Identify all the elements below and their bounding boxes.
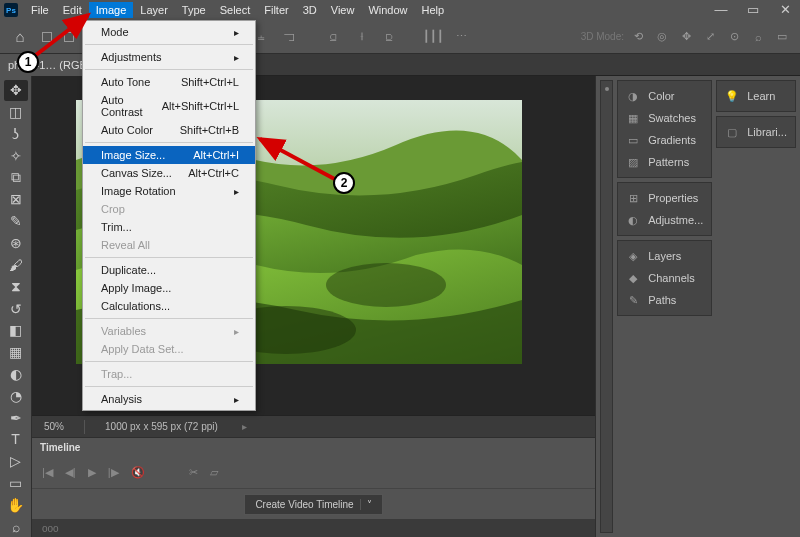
menu-view[interactable]: View — [324, 2, 362, 18]
document-info[interactable]: 1000 px x 595 px (72 ppi) — [105, 421, 218, 432]
menu-separator — [85, 318, 253, 319]
close-button[interactable]: ✕ — [778, 2, 792, 16]
menuitem-calculations[interactable]: Calculations... — [83, 297, 255, 315]
dodge-tool[interactable]: ◔ — [4, 385, 28, 406]
submenu-arrow-icon — [234, 393, 239, 405]
3d-orbit-icon[interactable]: ⟲ — [628, 27, 648, 47]
crop-tool[interactable]: ⧉ — [4, 167, 28, 188]
align-center-v-icon[interactable]: ⫲ — [352, 27, 372, 47]
panel-color[interactable]: ◑Color — [618, 85, 711, 107]
more-icon[interactable]: ⋯ — [452, 27, 472, 47]
rectangle-tool[interactable]: ▭ — [4, 473, 28, 494]
timeline-tab[interactable]: Timeline — [32, 438, 595, 457]
panel-libraries[interactable]: ▢Librari... — [717, 121, 795, 143]
doc-info-chevron-icon[interactable]: ▸ — [242, 421, 247, 432]
menuitem-adjustments[interactable]: Adjustments — [83, 48, 255, 66]
menu-3d[interactable]: 3D — [296, 2, 324, 18]
hand-tool[interactable]: ✋ — [4, 494, 28, 515]
menuitem-image-size[interactable]: Image Size...Alt+Ctrl+I — [83, 146, 255, 164]
menu-help[interactable]: Help — [415, 2, 452, 18]
create-video-timeline-button[interactable]: Create Video Timeline ˅ — [244, 494, 382, 515]
color-icon: ◑ — [626, 89, 640, 103]
timeline-split-icon[interactable]: ✂ — [189, 466, 198, 479]
clone-stamp-tool[interactable]: ⧗ — [4, 276, 28, 297]
blur-tool[interactable]: ◐ — [4, 364, 28, 385]
timeline-play[interactable]: ▶ — [88, 466, 96, 479]
menuitem-canvas-size[interactable]: Canvas Size...Alt+Ctrl+C — [83, 164, 255, 182]
menuitem-analysis[interactable]: Analysis — [83, 390, 255, 408]
zoom-level[interactable]: 50% — [44, 421, 64, 432]
menu-file[interactable]: File — [24, 2, 56, 18]
maximize-button[interactable]: ▭ — [746, 2, 760, 16]
timeline-transition-icon[interactable]: ▱ — [210, 466, 218, 479]
menuitem-auto-contrast[interactable]: Auto ContrastAlt+Shift+Ctrl+L — [83, 91, 255, 121]
transform-checkbox[interactable] — [64, 32, 74, 42]
auto-select-checkbox[interactable] — [42, 32, 52, 42]
move-tool[interactable]: ✥ — [4, 80, 28, 101]
eraser-tool[interactable]: ◧ — [4, 320, 28, 341]
panel-properties[interactable]: ⊞Properties — [618, 187, 711, 209]
frame-tool[interactable]: ⊠ — [4, 189, 28, 210]
3d-pan-icon[interactable]: ✥ — [676, 27, 696, 47]
lasso-tool[interactable]: ʖ — [4, 124, 28, 145]
chevron-down-icon[interactable]: ˅ — [360, 499, 372, 510]
image-menu-dropdown: ModeAdjustmentsAuto ToneShift+Ctrl+LAuto… — [82, 20, 256, 411]
menuitem-reveal-all: Reveal All — [83, 236, 255, 254]
healing-brush-tool[interactable]: ⊛ — [4, 233, 28, 254]
submenu-arrow-icon — [234, 325, 239, 337]
menu-filter[interactable]: Filter — [257, 2, 295, 18]
panel-gradients[interactable]: ▭Gradients — [618, 129, 711, 151]
minimize-button[interactable]: — — [714, 2, 728, 16]
panel-learn[interactable]: 💡Learn — [717, 85, 795, 107]
panel-patterns[interactable]: ▨Patterns — [618, 151, 711, 173]
menuitem-auto-tone[interactable]: Auto ToneShift+Ctrl+L — [83, 73, 255, 91]
gradient-tool[interactable]: ▦ — [4, 342, 28, 363]
align-bottom-icon[interactable]: ⫒ — [380, 27, 400, 47]
distribute-icon[interactable]: ┃┃┃ — [424, 27, 444, 47]
align-top-icon[interactable]: ⫑ — [324, 27, 344, 47]
swatches-icon: ▦ — [626, 111, 640, 125]
type-tool[interactable]: T — [4, 429, 28, 450]
menuitem-crop: Crop — [83, 200, 255, 218]
marquee-tool[interactable]: ◫ — [4, 102, 28, 123]
menu-layer[interactable]: Layer — [133, 2, 175, 18]
history-brush-tool[interactable]: ↺ — [4, 298, 28, 319]
panel-layers[interactable]: ◈Layers — [618, 245, 711, 267]
menu-type[interactable]: Type — [175, 2, 213, 18]
menuitem-mode[interactable]: Mode — [83, 23, 255, 41]
menuitem-trim[interactable]: Trim... — [83, 218, 255, 236]
search-icon[interactable]: ⌕ — [748, 27, 768, 47]
path-selection-tool[interactable]: ▷ — [4, 451, 28, 472]
menuitem-variables: Variables — [83, 322, 255, 340]
menuitem-image-rotation[interactable]: Image Rotation — [83, 182, 255, 200]
menu-window[interactable]: Window — [361, 2, 414, 18]
menu-select[interactable]: Select — [213, 2, 258, 18]
timeline-first-frame[interactable]: |◀ — [42, 466, 53, 479]
home-button[interactable]: ⌂ — [6, 25, 34, 49]
annotation-badge-2: 2 — [333, 172, 355, 194]
panel-swatches[interactable]: ▦Swatches — [618, 107, 711, 129]
panel-adjustments[interactable]: ◐Adjustme... — [618, 209, 711, 231]
menu-image[interactable]: Image — [89, 2, 134, 18]
panel-paths[interactable]: ✎Paths — [618, 289, 711, 311]
timeline-frames-icon[interactable]: ooo — [42, 523, 59, 534]
menuitem-duplicate[interactable]: Duplicate... — [83, 261, 255, 279]
align-right-icon[interactable]: ⫎ — [280, 27, 300, 47]
eyedropper-tool[interactable]: ✎ — [4, 211, 28, 232]
timeline-next-frame[interactable]: |▶ — [108, 466, 119, 479]
3d-zoom-icon[interactable]: ⊙ — [724, 27, 744, 47]
panel-strip-a[interactable] — [600, 80, 613, 533]
share-icon[interactable]: ▭ — [772, 27, 792, 47]
panel-channels[interactable]: ◆Channels — [618, 267, 711, 289]
zoom-tool[interactable]: ⌕ — [4, 516, 28, 537]
menu-edit[interactable]: Edit — [56, 2, 89, 18]
timeline-mute-icon[interactable]: 🔇 — [131, 466, 145, 479]
timeline-prev-frame[interactable]: ◀| — [65, 466, 76, 479]
menuitem-auto-color[interactable]: Auto ColorShift+Ctrl+B — [83, 121, 255, 139]
3d-slide-icon[interactable]: ⤢ — [700, 27, 720, 47]
3d-roll-icon[interactable]: ◎ — [652, 27, 672, 47]
pen-tool[interactable]: ✒ — [4, 407, 28, 428]
menuitem-apply-image[interactable]: Apply Image... — [83, 279, 255, 297]
magic-wand-tool[interactable]: ✧ — [4, 145, 28, 166]
brush-tool[interactable]: 🖌 — [4, 255, 28, 276]
